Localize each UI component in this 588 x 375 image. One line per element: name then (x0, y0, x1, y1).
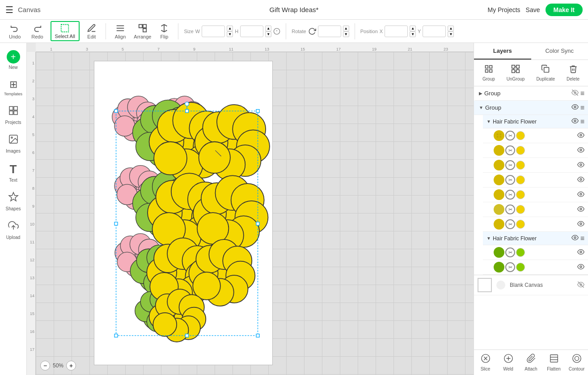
layer-item-vis-2b[interactable] (577, 263, 584, 272)
contour-button[interactable]: Contour (565, 353, 588, 372)
slice-button[interactable]: Slice (474, 353, 497, 372)
rotate-down[interactable]: ▼ (343, 31, 349, 37)
layer-item-vis-1a[interactable] (577, 132, 584, 140)
x-up[interactable]: ▲ (410, 26, 416, 31)
sidebar-item-new[interactable]: + New (2, 47, 25, 73)
duplicate-button[interactable]: Duplicate (533, 63, 558, 83)
align-button[interactable]: Align (111, 21, 129, 41)
hair-fabric-flower-2: ▼ Hair Fabric Flower ≡ ✂ (474, 232, 588, 275)
group-button[interactable]: Group (479, 63, 499, 83)
zoom-in-button[interactable]: + (66, 361, 76, 371)
hair-fabric-more-1[interactable]: ≡ (580, 118, 584, 126)
rotate-input[interactable] (318, 26, 341, 37)
svg-rect-166 (485, 70, 488, 72)
height-down[interactable]: ▼ (265, 31, 271, 37)
scissors-icon-1g: ✂ (505, 219, 515, 229)
svg-point-183 (497, 136, 499, 138)
scissors-icon-1d: ✂ (505, 175, 515, 185)
doc-title: Gift Wrap Ideas* (270, 6, 319, 13)
svg-point-186 (580, 149, 582, 151)
canvas-content[interactable] (36, 52, 474, 375)
height-input[interactable] (240, 26, 263, 37)
weld-button[interactable]: Weld (497, 353, 520, 372)
select-all-button[interactable]: Select All (51, 21, 80, 41)
edit-button[interactable]: Edit (83, 21, 100, 41)
layer-group-expanded[interactable]: ▼ Group ≡ (474, 101, 588, 115)
arrange-button[interactable]: Arrange (130, 21, 155, 41)
hair-fabric-more-2[interactable]: ≡ (580, 234, 584, 243)
rotate-up[interactable]: ▲ (343, 26, 349, 31)
sidebar-item-projects[interactable]: Projects (2, 102, 25, 128)
svg-point-192 (574, 237, 576, 239)
width-up[interactable]: ▲ (227, 26, 233, 31)
width-down[interactable]: ▼ (227, 31, 233, 37)
save-button[interactable]: Save (526, 6, 540, 13)
tab-color-sync[interactable]: Color Sync (531, 43, 588, 60)
sidebar-item-upload[interactable]: Upload (2, 217, 25, 243)
svg-point-150 (153, 313, 177, 337)
ruler-left: 1 2 3 4 5 6 7 8 9 10 11 12 13 14 15 16 1… (27, 52, 36, 375)
flip-button[interactable]: Flip (156, 21, 173, 41)
sidebar-item-templates[interactable]: ⊞ Templates (2, 75, 25, 100)
svg-rect-154 (256, 110, 259, 113)
zoom-controls: − 50% + (40, 361, 76, 371)
layer-item-vis-1c[interactable] (577, 161, 584, 170)
y-down[interactable]: ▼ (448, 31, 454, 37)
sidebar-item-projects-label: Projects (5, 120, 21, 125)
sidebar-item-shapes-label: Shapes (6, 206, 21, 211)
group-visibility-hidden[interactable] (571, 89, 579, 98)
layer-item-vis-1e[interactable] (577, 191, 584, 199)
sidebar-item-templates-label: Templates (4, 92, 22, 96)
y-up[interactable]: ▲ (448, 26, 454, 31)
svg-rect-165 (490, 70, 492, 72)
flower-swatch-1c (494, 160, 504, 170)
zoom-out-button[interactable]: − (40, 361, 50, 371)
sidebar-item-images[interactable]: Images (2, 130, 25, 157)
svg-rect-164 (490, 66, 492, 68)
height-up[interactable]: ▲ (265, 26, 271, 31)
menu-icon[interactable]: ☰ (5, 4, 13, 15)
layer-group-collapsed[interactable]: ▶ Group ≡ (474, 86, 588, 101)
tab-layers[interactable]: Layers (474, 43, 531, 60)
blank-canvas-visibility[interactable] (577, 281, 584, 290)
bottom-toolbar: Slice Weld Attach Flatten (474, 349, 588, 375)
hair-fabric-header-1[interactable]: ▼ Hair Fabric Flower ≡ (483, 115, 588, 128)
group-visibility-visible[interactable] (571, 103, 579, 112)
layer-item-vis-1g[interactable] (577, 220, 584, 229)
y-input[interactable] (423, 26, 446, 37)
sidebar-item-text[interactable]: T Text (2, 159, 25, 186)
width-input[interactable] (202, 26, 225, 37)
group-more-expanded[interactable]: ≡ (580, 104, 584, 112)
hair-fabric-visibility-1[interactable] (571, 117, 579, 126)
attach-button[interactable]: Attach (520, 353, 542, 372)
undo-button[interactable]: Undo (5, 21, 24, 41)
redo-button[interactable]: Redo (28, 21, 47, 41)
hair-fabric-header-2[interactable]: ▼ Hair Fabric Flower ≡ (483, 232, 588, 245)
sidebar-item-upload-label: Upload (6, 235, 21, 240)
group-more-collapsed[interactable]: ≡ (580, 89, 584, 98)
projects-icon (8, 105, 19, 119)
x-input[interactable] (385, 26, 408, 37)
svg-rect-198 (550, 355, 558, 362)
layer-item-vis-1f[interactable] (577, 205, 584, 214)
ruler-top: 1 3 5 7 9 11 13 15 17 19 21 23 (36, 43, 474, 52)
my-projects-button[interactable]: My Projects (487, 6, 520, 13)
templates-icon: ⊞ (9, 79, 17, 90)
hair-fabric-visibility-2[interactable] (571, 234, 579, 243)
flatten-button[interactable]: Flatten (542, 353, 565, 372)
sidebar-item-shapes[interactable]: Shapes (2, 188, 25, 215)
svg-point-15 (11, 137, 13, 138)
layer-item-vis-1b[interactable] (577, 146, 584, 155)
ungroup-button[interactable]: UnGroup (503, 63, 529, 83)
svg-rect-0 (61, 25, 69, 32)
delete-button[interactable]: Delete (563, 63, 583, 83)
canvas-area[interactable]: 1 3 5 7 9 11 13 15 17 19 21 23 1 2 3 4 5… (27, 43, 474, 375)
x-down[interactable]: ▼ (410, 31, 416, 37)
svg-point-202 (575, 356, 579, 360)
layer-item-vis-1d[interactable] (577, 176, 584, 184)
layer-item-vis-2a[interactable] (577, 248, 584, 257)
flatten-icon (549, 354, 559, 366)
zoom-level: 50% (53, 362, 63, 369)
make-it-button[interactable]: Make It (546, 4, 583, 16)
sidebar-item-images-label: Images (6, 149, 21, 153)
